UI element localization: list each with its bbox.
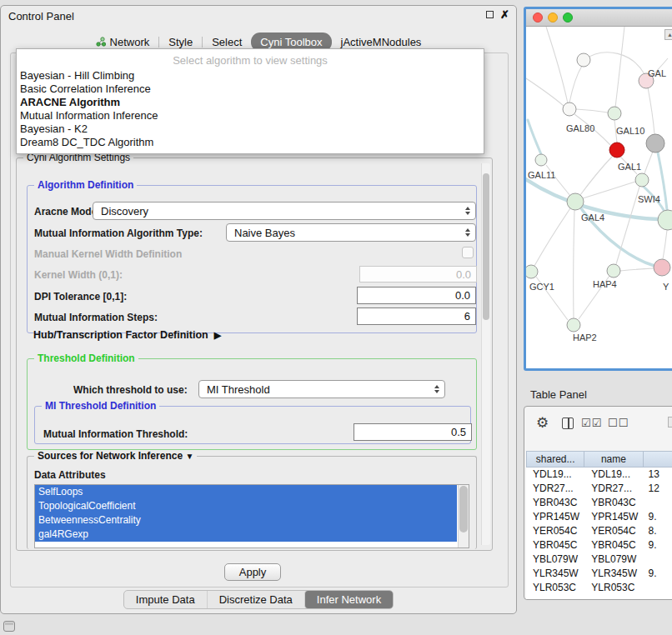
network-node-selected[interactable] xyxy=(609,142,624,158)
network-canvas[interactable]: GAL GAL80 GAL10 GAL11 GAL1 SWI4 GAL4 GCY… xyxy=(526,27,672,368)
network-node[interactable] xyxy=(526,265,538,278)
dpi-tolerance-label: DPI Tolerance [0,1]: xyxy=(34,291,127,302)
toolbar-overflow-button[interactable] xyxy=(668,417,672,428)
table-cell[interactable]: YLR053C xyxy=(584,581,643,595)
table-cell[interactable]: 9. xyxy=(644,567,672,581)
table-cell[interactable]: YBL079W xyxy=(584,552,643,567)
network-node[interactable] xyxy=(635,173,649,187)
table-cell[interactable]: YER054C xyxy=(526,524,584,538)
table-row[interactable]: YER054CYER054C8. xyxy=(526,524,672,538)
table-cell[interactable] xyxy=(644,552,672,567)
table-cell[interactable]: 8. xyxy=(644,524,672,538)
table-cell[interactable]: YDR27... xyxy=(584,482,643,496)
network-node[interactable] xyxy=(567,193,584,210)
mi-algorithm-type-select[interactable]: Naive Bayes xyxy=(226,223,476,242)
table-cell[interactable]: YBR045C xyxy=(526,538,584,552)
table-cell[interactable]: YPR145W xyxy=(526,510,584,524)
list-item-selected[interactable]: gal4RGexp xyxy=(35,528,457,542)
table-cell[interactable]: YPR145W xyxy=(584,510,643,524)
close-icon[interactable]: ✗ xyxy=(500,10,509,19)
table-row[interactable]: YDL19...YDL19...13 xyxy=(526,468,672,482)
tab-discretize-data[interactable]: Discretize Data xyxy=(207,591,304,608)
table-cell[interactable]: YDL19... xyxy=(526,468,584,482)
network-node[interactable] xyxy=(535,154,547,166)
table-cell[interactable]: YBL079W xyxy=(526,552,584,567)
settings-scrollbar[interactable] xyxy=(481,163,490,545)
table-row[interactable]: YBR043CYBR043C xyxy=(526,496,672,510)
network-node[interactable] xyxy=(567,318,580,332)
table-row[interactable]: YLR345WYLR345W9. xyxy=(526,567,672,581)
docked-panel-icon[interactable] xyxy=(3,621,15,632)
sources-expander[interactable]: Sources for Network Inference ▼ xyxy=(34,450,197,462)
dropdown-item[interactable]: Mutual Information Inference xyxy=(17,109,484,122)
network-node[interactable] xyxy=(608,107,621,120)
manual-kernel-checkbox[interactable] xyxy=(462,247,474,258)
network-node[interactable] xyxy=(658,210,672,230)
network-window-titlebar[interactable] xyxy=(526,9,672,27)
labels-layer: GAL GAL80 GAL10 GAL11 GAL1 SWI4 GAL4 GCY… xyxy=(528,68,669,342)
hub-definition-expander[interactable]: Hub/Transcription Factor Definition ▶ xyxy=(33,329,221,341)
scrollbar-thumb[interactable] xyxy=(483,173,489,320)
table-cell[interactable]: 13 xyxy=(644,468,672,482)
table-cell[interactable]: 9. xyxy=(644,538,672,552)
table-cell[interactable]: YER054C xyxy=(584,524,643,538)
minimize-button[interactable] xyxy=(548,12,558,22)
dropdown-item[interactable]: Bayesian - Hill Climbing xyxy=(17,69,484,82)
table-header-row: shared... name xyxy=(526,451,672,468)
table-cell[interactable]: YLR345W xyxy=(526,567,584,581)
unselect-all-columns-icon[interactable]: ☐☐ xyxy=(608,417,629,429)
tab-infer-network[interactable]: Infer Network xyxy=(304,591,393,608)
table-cell[interactable]: YBR045C xyxy=(584,538,643,552)
select-all-columns-icon[interactable]: ☑☑ xyxy=(581,417,602,429)
column-header-shared-name[interactable]: shared... xyxy=(526,451,584,468)
close-button[interactable] xyxy=(533,12,543,22)
table-cell[interactable] xyxy=(644,581,672,595)
list-item-selected[interactable]: BetweennessCentrality xyxy=(35,513,457,528)
selected-value: Discovery xyxy=(101,205,148,218)
column-header-clipped[interactable] xyxy=(644,451,672,468)
table-row[interactable]: YBR045CYBR045C9. xyxy=(526,538,672,552)
dropdown-item[interactable]: Bayesian - K2 xyxy=(17,122,484,136)
network-node[interactable] xyxy=(607,264,620,278)
table-cell[interactable] xyxy=(644,496,672,510)
show-columns-icon[interactable] xyxy=(562,418,574,429)
network-node[interactable] xyxy=(646,134,664,152)
which-threshold-select[interactable]: MI Threshold xyxy=(198,380,445,398)
table-row[interactable]: YLR053CYLR053C xyxy=(526,581,672,595)
list-item-selected[interactable]: SelfLoops xyxy=(35,485,457,499)
scrollbar-thumb[interactable] xyxy=(459,486,468,532)
mi-threshold-field[interactable]: 0.5 xyxy=(354,423,472,441)
network-node[interactable] xyxy=(654,259,670,276)
table-row[interactable]: YBL079WYBL079W xyxy=(526,552,672,567)
dpi-tolerance-field[interactable]: 0.0 xyxy=(357,287,476,304)
column-header-name[interactable]: name xyxy=(584,451,643,468)
scroll-up-button[interactable]: ▲ xyxy=(664,29,672,40)
aracne-mode-select[interactable]: Discovery xyxy=(93,202,476,220)
table-cell[interactable]: YBR043C xyxy=(526,496,584,510)
list-scrollbar[interactable] xyxy=(458,485,469,548)
table-row[interactable]: YPR145WYPR145W9. xyxy=(526,510,672,524)
table-cell[interactable]: YDL19... xyxy=(584,468,643,482)
dropdown-placeholder[interactable]: Select algorithm to view settings xyxy=(17,52,484,69)
dropdown-item[interactable]: Basic Correlation Inference xyxy=(17,82,484,96)
zoom-button[interactable] xyxy=(563,12,573,22)
network-node[interactable] xyxy=(577,53,590,67)
table-cell[interactable]: YLR053C xyxy=(526,581,584,595)
list-item-selected[interactable]: TopologicalCoefficient xyxy=(35,499,457,513)
float-window-icon[interactable] xyxy=(486,11,494,18)
network-node[interactable] xyxy=(563,102,576,116)
gear-icon[interactable]: ⚙ xyxy=(536,414,549,432)
table-cell[interactable]: 12 xyxy=(644,482,672,496)
apply-button[interactable]: Apply xyxy=(224,563,281,581)
dropdown-item[interactable]: Dream8 DC_TDC Algorithm xyxy=(17,136,484,149)
table-cell[interactable]: YDR27... xyxy=(526,482,584,496)
table-cell[interactable]: 9. xyxy=(644,510,672,524)
data-attributes-list[interactable]: SelfLoops TopologicalCoefficient Between… xyxy=(34,484,469,548)
dropdown-item-selected[interactable]: ARACNE Algorithm xyxy=(17,96,484,109)
tab-impute-data[interactable]: Impute Data xyxy=(124,591,207,608)
table-row[interactable]: YDR27...YDR27...12 xyxy=(526,482,672,496)
table-cell[interactable]: YBR043C xyxy=(584,496,643,510)
table-cell[interactable]: YLR345W xyxy=(584,567,643,581)
table-panel-title: Table Panel xyxy=(530,388,587,401)
mi-steps-field[interactable]: 6 xyxy=(357,308,476,325)
